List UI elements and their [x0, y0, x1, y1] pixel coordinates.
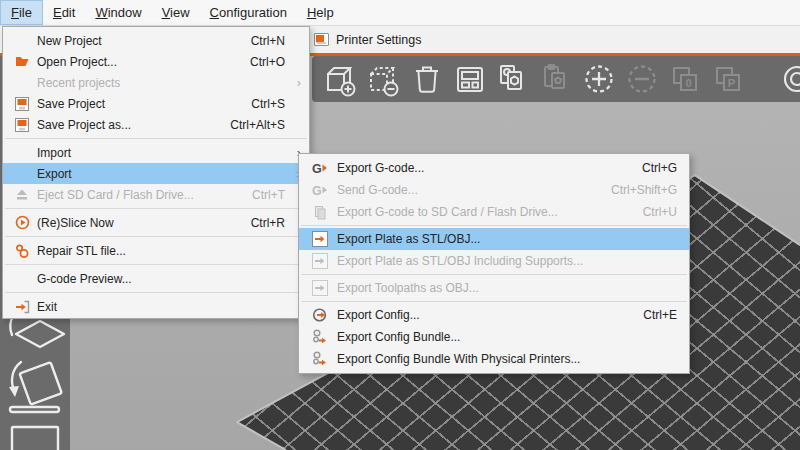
sd-copy-icon [305, 205, 335, 220]
paste-icon[interactable] [537, 60, 575, 98]
menu-item-new-project[interactable]: New Project Ctrl+N [3, 30, 309, 51]
menu-item-gcode-preview[interactable]: G-code Preview... [3, 268, 309, 289]
submenu-item-export-toolpaths-obj[interactable]: Export Toolpaths as OBJ... [299, 277, 689, 299]
delete-all-icon[interactable] [408, 60, 446, 98]
tab-label: Printer Settings [336, 33, 421, 47]
add-object-icon[interactable] [322, 60, 360, 98]
copy-icon[interactable] [494, 60, 532, 98]
config-icon [305, 307, 335, 323]
menu-help[interactable]: Help [297, 0, 344, 25]
menu-separator [301, 225, 687, 226]
eject-icon [9, 188, 35, 201]
menu-separator [5, 264, 307, 265]
menu-item-save-project[interactable]: Save Project Ctrl+S [3, 93, 309, 114]
submenu-item-export-config[interactable]: Export Config... Ctrl+E [299, 304, 689, 326]
menu-separator [301, 274, 687, 275]
menu-separator [5, 292, 307, 293]
menu-item-open-project[interactable]: Open Project... Ctrl+O [3, 51, 309, 72]
menu-item-export[interactable]: Export › [3, 163, 309, 184]
export-submenu: G Export G-code... Ctrl+G G Send G-code.… [298, 153, 690, 374]
svg-text:G: G [312, 184, 322, 198]
menu-separator [5, 208, 307, 209]
remove-object-icon[interactable] [365, 60, 403, 98]
place-on-face-icon[interactable] [9, 362, 62, 412]
menu-window[interactable]: Window [85, 0, 151, 25]
rotate-icon[interactable] [10, 316, 64, 347]
printer-icon [314, 33, 329, 46]
menu-item-repair-stl[interactable]: Repair STL file... [3, 240, 309, 261]
add-instance-icon[interactable] [580, 60, 618, 98]
save-icon [9, 97, 35, 111]
submenu-item-export-plate-stl[interactable]: Export Plate as STL/OBJ... [299, 228, 689, 250]
export-box-icon [305, 231, 335, 247]
tab-printer-settings[interactable]: Printer Settings [312, 26, 431, 53]
save-as-icon [9, 118, 35, 132]
menu-separator [5, 138, 307, 139]
submenu-item-export-config-bundle-physical[interactable]: Export Config Bundle With Physical Print… [299, 348, 689, 370]
export-box-icon-disabled [305, 253, 335, 269]
remove-instance-icon[interactable] [623, 60, 661, 98]
main-toolbar: 0 P [312, 56, 800, 102]
gcode-icon-disabled: G [305, 182, 335, 198]
menu-separator [301, 301, 687, 302]
exit-icon [9, 300, 35, 314]
menu-item-reslice-now[interactable]: (Re)Slice Now Ctrl+R [3, 212, 309, 233]
menu-item-eject-sd-card[interactable]: Eject SD Card / Flash Drive... Ctrl+T [3, 184, 309, 205]
bundle-icon [305, 329, 335, 345]
menu-bar: File Edit Window View Configuration Help [0, 0, 800, 26]
menu-edit[interactable]: Edit [43, 0, 85, 25]
menu-separator [5, 236, 307, 237]
split-to-parts-icon[interactable]: P [709, 60, 747, 98]
scale-icon[interactable] [12, 427, 58, 450]
open-folder-icon [9, 55, 35, 68]
submenu-item-export-plate-stl-supports[interactable]: Export Plate as STL/OBJ Including Suppor… [299, 250, 689, 272]
menu-item-import[interactable]: Import › [3, 142, 309, 163]
svg-text:G: G [312, 162, 322, 176]
menu-item-exit[interactable]: Exit [3, 296, 309, 317]
submenu-item-send-gcode[interactable]: G Send G-code... Ctrl+Shift+G [299, 179, 689, 201]
submenu-item-export-config-bundle[interactable]: Export Config Bundle... [299, 326, 689, 348]
menu-configuration[interactable]: Configuration [200, 0, 297, 25]
svg-text:0: 0 [685, 77, 691, 89]
submenu-item-export-gcode-sd[interactable]: Export G-code to SD Card / Flash Drive..… [299, 201, 689, 223]
svg-text:P: P [728, 77, 735, 89]
menu-view[interactable]: View [152, 0, 200, 25]
gcode-icon: G [305, 160, 335, 176]
menu-file[interactable]: File [0, 0, 43, 25]
menu-item-recent-projects[interactable]: Recent projects › [3, 72, 309, 93]
submenu-item-export-gcode[interactable]: G Export G-code... Ctrl+G [299, 157, 689, 179]
scale-partial-icon[interactable] [778, 60, 800, 98]
bundle-icon [305, 351, 335, 367]
split-to-objects-icon[interactable]: 0 [666, 60, 704, 98]
export-box-icon-disabled [305, 280, 335, 296]
menu-item-save-project-as[interactable]: Save Project as... Ctrl+Alt+S [3, 114, 309, 135]
reslice-icon [9, 215, 35, 230]
arrange-icon[interactable] [451, 60, 489, 98]
repair-icon [9, 244, 35, 258]
file-menu: New Project Ctrl+N Open Project... Ctrl+… [2, 26, 310, 319]
